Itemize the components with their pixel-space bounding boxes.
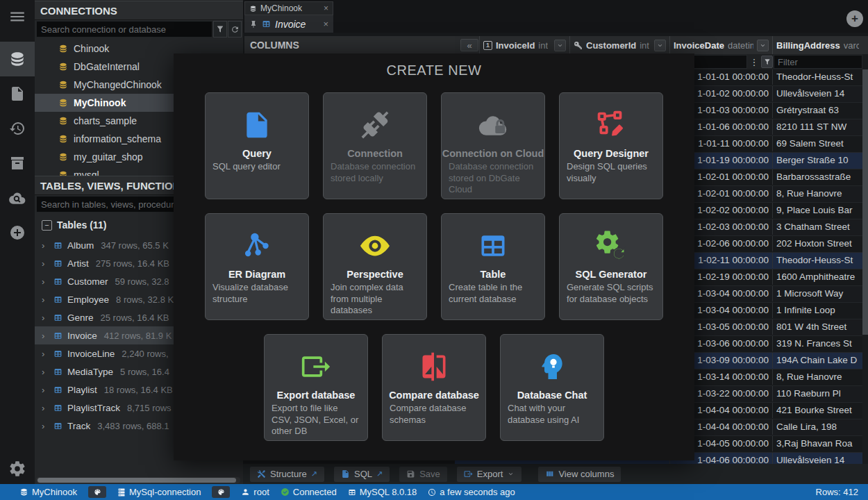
status-engine: MySQL 8.0.18: [348, 487, 417, 497]
export-button[interactable]: Export: [457, 467, 522, 482]
collapse-columns-button[interactable]: «: [460, 39, 478, 51]
filter-funnel-icon[interactable]: [761, 56, 773, 68]
rail-add-connection-button[interactable]: [0, 215, 35, 250]
chevron-right-icon[interactable]: ›: [42, 403, 49, 413]
export-icon: [265, 350, 367, 383]
tile-table[interactable]: Table Create table in the current databa…: [441, 213, 545, 320]
database-icon: [249, 5, 257, 12]
status-database[interactable]: MyChinook: [19, 487, 77, 497]
table-grid-icon: [348, 488, 356, 497]
chevron-down-icon[interactable]: [654, 40, 666, 51]
palette-icon: [217, 488, 225, 496]
chevron-down-icon[interactable]: [554, 40, 566, 51]
create-new-modal: CREATE NEW Query SQL query editor Connec…: [174, 53, 694, 460]
theme-badge[interactable]: [88, 486, 106, 498]
left-rail: [0, 0, 35, 484]
refresh-connections-icon[interactable]: [228, 21, 242, 38]
cloud-lock-icon: [442, 108, 544, 142]
vertical-scrollbar[interactable]: [862, 54, 868, 464]
collapse-section-icon: −: [42, 220, 52, 231]
scrollbar-thumb[interactable]: [862, 69, 868, 335]
tile-compare-database[interactable]: Compare database Compare database schema…: [382, 334, 486, 441]
theme-badge[interactable]: [212, 486, 230, 498]
view-columns-button[interactable]: View columns: [538, 467, 621, 482]
chevron-right-icon[interactable]: ›: [42, 312, 49, 323]
column-header-invoicedate[interactable]: InvoiceDate datetim: [669, 36, 772, 54]
filter-input-billingaddress[interactable]: [774, 55, 862, 69]
database-icon: [58, 152, 68, 162]
external-link-icon: ↗: [311, 469, 317, 478]
chevron-right-icon[interactable]: ›: [42, 240, 49, 251]
status-updated: a few seconds ago: [428, 487, 515, 497]
tile-connection-on-cloud: Connection on Cloud Database connection …: [441, 92, 545, 199]
rail-cloud-search-button[interactable]: [0, 181, 35, 215]
structure-button[interactable]: Structure ↗: [250, 467, 324, 482]
rail-files-button[interactable]: [0, 76, 35, 111]
rail-archive-button[interactable]: [0, 146, 35, 181]
save-button: Save: [399, 467, 447, 482]
menu-icon[interactable]: [0, 1, 35, 32]
tile-perspective[interactable]: Perspective Join complex data from multi…: [323, 213, 427, 320]
save-icon: [406, 469, 415, 478]
table-icon: [53, 313, 62, 322]
table-icon: [53, 422, 62, 431]
chevron-right-icon[interactable]: ›: [42, 367, 49, 377]
scrollbar-thumb[interactable]: [37, 478, 236, 483]
compare-icon: [383, 350, 485, 383]
rail-database-button[interactable]: [0, 42, 35, 76]
tile-database-chat[interactable]: Database Chat Chat with your database us…: [500, 334, 604, 441]
tile-export-database[interactable]: Export database Export to file like CSV,…: [264, 334, 368, 441]
kebab-menu-icon[interactable]: ⋮: [749, 56, 759, 68]
settings-gear-icon[interactable]: [0, 451, 35, 486]
server-icon: [117, 488, 126, 497]
table-icon: [53, 331, 62, 340]
status-connection[interactable]: MySql-connection: [117, 487, 201, 497]
chevron-right-icon[interactable]: ›: [42, 294, 49, 305]
column-header-billingaddress[interactable]: BillingAddress varc: [772, 36, 862, 54]
tab-strip: [243, 0, 868, 33]
status-connected: Connected: [281, 487, 337, 497]
table-icon: [442, 229, 544, 262]
status-row-count: Rows: 412: [816, 487, 858, 497]
query-designer-icon: [560, 108, 662, 142]
table-icon: [53, 403, 62, 412]
tools-icon: [257, 469, 266, 478]
chevron-right-icon[interactable]: ›: [42, 349, 49, 359]
chevron-right-icon[interactable]: ›: [42, 258, 49, 269]
tab-invoice[interactable]: Invoice ×: [244, 15, 333, 33]
tile-connection: Connection Database connection stored lo…: [323, 92, 427, 199]
clock-icon: [428, 488, 436, 497]
connection-search-input[interactable]: [36, 21, 212, 38]
sql-button[interactable]: SQL ↗: [334, 467, 390, 482]
database-icon: [58, 80, 68, 90]
close-tab-icon[interactable]: ×: [323, 19, 328, 29]
rail-history-button[interactable]: [0, 111, 35, 146]
database-icon: [58, 116, 68, 126]
tile-er-diagram[interactable]: ER Diagram Visualize database structure: [205, 213, 309, 320]
database-icon: [19, 488, 28, 497]
tile-query-designer[interactable]: Query Designer Design SQL queries visual…: [559, 92, 663, 199]
table-icon: [53, 277, 62, 286]
database-icon: [58, 98, 68, 108]
chevron-right-icon[interactable]: ›: [42, 276, 49, 287]
database-icon: [58, 44, 68, 53]
column-header-invoiceid[interactable]: 1 InvoiceId int: [479, 36, 569, 54]
tab-group-mychinook[interactable]: MyChinook ×: [244, 1, 333, 15]
chevron-right-icon[interactable]: ›: [42, 331, 49, 341]
chevron-right-icon[interactable]: ›: [42, 421, 49, 431]
table-icon: [262, 19, 271, 28]
chevron-right-icon[interactable]: ›: [42, 385, 49, 395]
tile-query[interactable]: Query SQL query editor: [205, 92, 309, 199]
chevron-down-icon[interactable]: [757, 40, 769, 51]
horizontal-scrollbar[interactable]: [36, 477, 240, 483]
database-icon: [58, 134, 68, 144]
close-group-icon[interactable]: ×: [324, 3, 328, 13]
connection-search-row: [36, 21, 242, 38]
tile-sql-generator[interactable]: SQL Generator Generate SQL scripts for d…: [559, 213, 663, 320]
external-link-icon: ↗: [376, 469, 383, 478]
add-tab-button[interactable]: +: [846, 10, 863, 27]
column-header-customerid[interactable]: CustomerId int: [569, 36, 669, 54]
filter-connections-icon[interactable]: [213, 21, 227, 38]
grid-header: « 1 InvoiceId int CustomerId int Invoice…: [455, 36, 868, 55]
table-icon: [53, 367, 62, 376]
